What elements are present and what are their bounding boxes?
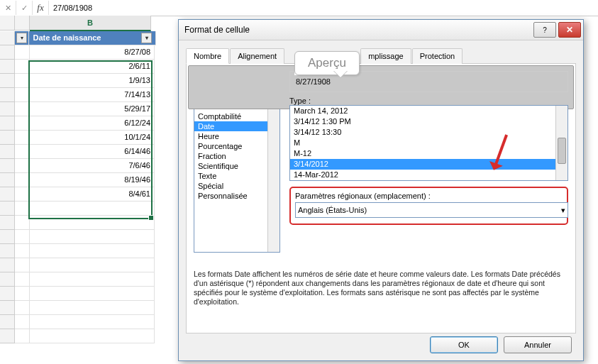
scrollbar[interactable] (267, 82, 279, 252)
row-header[interactable] (0, 131, 15, 145)
row-header[interactable] (0, 116, 15, 131)
row-header[interactable] (0, 258, 15, 272)
cell-b[interactable] (30, 301, 155, 315)
category-item[interactable]: Comptabilité (194, 111, 267, 121)
cell-b[interactable]: 8/19/46 (30, 173, 155, 187)
col-header-b[interactable]: B (30, 16, 151, 31)
category-listbox[interactable]: StandardNombreMonétaireComptabilitéDateH… (194, 81, 280, 253)
row-header[interactable] (0, 315, 15, 329)
cell-b[interactable] (30, 258, 155, 272)
row-header[interactable] (0, 173, 15, 187)
cell-a[interactable] (15, 315, 30, 329)
cell-a[interactable] (15, 74, 30, 88)
row-header[interactable] (0, 216, 15, 230)
scrollbar[interactable] (555, 106, 567, 180)
cell-b[interactable]: 7/14/13 (30, 88, 155, 102)
formula-value[interactable]: 27/08/1908 (49, 4, 598, 12)
row-header[interactable] (0, 202, 15, 216)
cell-a[interactable] (15, 102, 30, 116)
category-item[interactable]: Texte (194, 171, 267, 181)
tab-alignement[interactable]: Alignement (230, 48, 284, 64)
category-item[interactable]: Heure (194, 131, 267, 141)
row-header[interactable] (0, 60, 15, 74)
row-header[interactable] (0, 74, 15, 88)
help-button[interactable]: ? (533, 22, 556, 38)
category-item[interactable]: Date (194, 121, 267, 131)
row-header[interactable] (0, 159, 15, 173)
tab-nombre[interactable]: Nombre (186, 48, 229, 64)
ok-button[interactable]: OK (430, 336, 498, 353)
cell-a[interactable] (15, 116, 30, 131)
type-item[interactable]: 14-Mar-2012 (290, 170, 555, 180)
type-item[interactable]: 3/14/12 13:30 (290, 127, 555, 138)
table-header-b[interactable]: Date de naissance▾ (29, 31, 156, 45)
row-header[interactable] (0, 230, 15, 244)
cell-b[interactable]: 10/1/24 (30, 131, 155, 145)
cell-a[interactable] (15, 216, 30, 230)
cell-b[interactable] (30, 230, 155, 244)
row-header[interactable] (0, 45, 15, 60)
row-header[interactable] (0, 329, 15, 343)
row-header[interactable] (0, 244, 15, 258)
type-item[interactable]: M-12 (290, 148, 555, 159)
row-header[interactable] (0, 301, 15, 315)
cell-b[interactable]: 6/14/46 (30, 145, 155, 159)
type-item[interactable]: 3/14/2012 (290, 159, 555, 170)
category-item[interactable]: Scientifique (194, 161, 267, 171)
cell-b[interactable] (30, 244, 155, 258)
cell-a[interactable] (15, 88, 30, 102)
cell-b[interactable]: 7/6/46 (30, 159, 155, 173)
close-button[interactable]: ✕ (558, 22, 581, 38)
col-header-a[interactable] (15, 16, 30, 31)
cell-a[interactable] (15, 202, 30, 216)
type-item[interactable]: 3/14/12 1:30 PM (290, 116, 555, 127)
row-header[interactable] (0, 287, 15, 301)
cell-b[interactable]: 8/27/08 (30, 45, 155, 60)
row-header[interactable] (0, 31, 15, 45)
cell-b[interactable]: 8/4/61 (30, 187, 155, 202)
formula-cancel-button[interactable]: ✕ (0, 1, 16, 15)
formula-accept-button[interactable]: ✓ (16, 1, 33, 15)
cell-a[interactable] (15, 272, 30, 287)
category-item[interactable]: Personnalisée (194, 191, 267, 201)
row-header[interactable] (0, 272, 15, 287)
cell-a[interactable] (15, 159, 30, 173)
type-item[interactable]: March 14, 2012 (290, 106, 555, 116)
cell-b[interactable]: 6/12/24 (30, 116, 155, 131)
type-item[interactable]: M (290, 138, 555, 148)
cell-a[interactable] (15, 145, 30, 159)
cell-b[interactable]: 5/29/17 (30, 102, 155, 116)
tab-protection[interactable]: Protection (412, 48, 463, 64)
cell-a[interactable] (15, 258, 30, 272)
cell-a[interactable] (15, 301, 30, 315)
category-item[interactable]: Pourcentage (194, 141, 267, 151)
cell-a[interactable] (15, 244, 30, 258)
locale-select[interactable]: Anglais (États-Unis) ▾ (295, 202, 568, 218)
cell-b[interactable] (30, 202, 155, 216)
cell-a[interactable] (15, 131, 30, 145)
row-header[interactable] (0, 88, 15, 102)
cell-a[interactable] (15, 187, 30, 202)
cell-a[interactable] (15, 173, 30, 187)
table-header-dropdown-a[interactable]: ▾ (15, 31, 30, 45)
cancel-button[interactable]: Annuler (504, 336, 572, 353)
cell-b[interactable] (30, 287, 155, 301)
cell-b[interactable] (30, 216, 155, 230)
tab-remplissage[interactable]: mplissage (360, 48, 411, 64)
row-header[interactable] (0, 145, 15, 159)
cell-b[interactable]: 1/9/13 (30, 74, 155, 88)
cell-a[interactable] (15, 230, 30, 244)
cell-b[interactable] (30, 315, 155, 329)
category-item[interactable]: Fraction (194, 151, 267, 161)
cell-b[interactable]: 2/6/11 (30, 60, 155, 74)
row-header[interactable] (0, 187, 15, 202)
cell-a[interactable] (15, 45, 30, 60)
cell-a[interactable] (15, 287, 30, 301)
cell-b[interactable] (30, 272, 155, 287)
type-listbox[interactable]: March 14, 20123/14/12 1:30 PM3/14/12 13:… (289, 105, 568, 181)
cell-b[interactable] (30, 329, 155, 343)
cell-a[interactable] (15, 60, 30, 74)
row-header[interactable] (0, 102, 15, 116)
cell-a[interactable] (15, 329, 30, 343)
select-all-corner[interactable] (0, 16, 15, 31)
